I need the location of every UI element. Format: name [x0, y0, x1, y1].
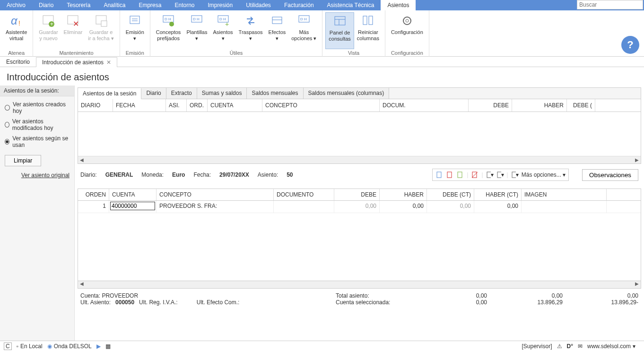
status-local[interactable]: ▫ En Local: [17, 343, 43, 350]
itab-sesion[interactable]: Asientos de la sesión: [78, 88, 141, 99]
search-box[interactable]: [577, 0, 643, 9]
conceptos-button[interactable]: D HConceptos prefijados: [153, 12, 184, 49]
cell-cuenta[interactable]: [109, 201, 157, 213]
status-calc[interactable]: ▦: [105, 343, 111, 350]
observaciones-button[interactable]: Observaciones: [582, 169, 638, 181]
col-ord[interactable]: ORD.: [187, 99, 208, 111]
guardar-fecha-button[interactable]: Guardar e ir a fecha ▾: [85, 12, 116, 49]
col-diario[interactable]: DIARIO: [78, 99, 113, 111]
itab-diario[interactable]: Diario: [141, 88, 166, 99]
tab-escritorio[interactable]: Escritorio: [0, 57, 36, 67]
asistente-virtual-button[interactable]: α! Asistente virtual: [3, 12, 30, 49]
efectos-button[interactable]: Efectos ▾: [266, 12, 289, 49]
grid1-header: DIARIO FECHA ASI. ORD. CUENTA CONCEPTO D…: [78, 99, 641, 112]
doc-dd2-icon[interactable]: ▾: [496, 171, 504, 179]
help-button[interactable]: ?: [621, 36, 639, 54]
table-row[interactable]: 1 PROVEEDOR S. FRA: 0,00 0,00 0,00 0,00: [78, 201, 641, 213]
doc-del-icon[interactable]: [446, 171, 453, 179]
status-url[interactable]: www.sdelsol.com ▾: [587, 343, 635, 350]
status-c[interactable]: C: [4, 342, 12, 350]
menu-archivo[interactable]: Archivo: [0, 0, 32, 10]
mas-opciones-dd[interactable]: Más opciones... ▾: [522, 171, 566, 178]
menu-tesoreria[interactable]: Tesorería: [60, 0, 97, 10]
status-warn[interactable]: ⚠: [557, 343, 562, 350]
g2-concepto[interactable]: CONCEPTO: [157, 189, 274, 200]
configuracion-button[interactable]: Configuración: [388, 12, 426, 49]
menu-asistencia[interactable]: Asistencia Técnica: [321, 0, 381, 10]
col-fecha[interactable]: FECHA: [113, 99, 166, 111]
doc-remove-icon[interactable]: [471, 171, 479, 179]
doc-dd1-icon[interactable]: ▾: [486, 171, 494, 179]
menu-diario[interactable]: Diario: [32, 0, 60, 10]
itab-sumas[interactable]: Sumas y saldos: [197, 88, 247, 99]
col-asi[interactable]: ASI.: [166, 99, 187, 111]
grid2-body[interactable]: 1 PROVEEDOR S. FRA: 0,00 0,00 0,00 0,00: [78, 201, 641, 281]
scroll-left-icon[interactable]: ◀: [78, 281, 86, 288]
status-bar: C ▫ En Local ◉ Onda DELSOL ▶ ▦ [Supervis…: [0, 341, 644, 351]
reiniciar-columnas-button[interactable]: Reiniciar columnas: [354, 12, 382, 49]
mas-opciones-button[interactable]: D HMás opciones ▾: [288, 12, 319, 49]
search-input[interactable]: [579, 1, 641, 8]
doc-new-icon[interactable]: [435, 171, 443, 179]
cuenta-label: Cuenta:: [80, 292, 100, 299]
guardar-nuevo-button[interactable]: +Guardar y nuevo: [36, 12, 61, 49]
limpiar-button[interactable]: Limpiar: [5, 155, 41, 166]
menu-impresion[interactable]: Impresión: [201, 0, 239, 10]
tab-introduccion[interactable]: Introducción de asientos✕: [36, 57, 117, 67]
menu-facturacion[interactable]: Facturación: [278, 0, 321, 10]
emision-button[interactable]: Emisión ▾: [123, 12, 147, 49]
svg-rect-24: [335, 17, 345, 25]
group-mantenimiento-label: Mantenimiento: [59, 49, 93, 57]
scroll-right-icon[interactable]: ▶: [633, 281, 641, 288]
menu-utilidades[interactable]: Utilidades: [239, 0, 278, 10]
menu-empresa[interactable]: Empresa: [132, 0, 168, 10]
doc-dd3-icon[interactable]: ▾: [511, 171, 519, 179]
g2-documento[interactable]: DOCUMENTO: [274, 189, 334, 200]
status-play[interactable]: ▶: [96, 343, 101, 350]
itab-saldos-men[interactable]: Saldos mensuales: [247, 88, 303, 99]
scroll-left-icon[interactable]: ◀: [78, 157, 86, 163]
status-onda[interactable]: ◉ Onda DELSOL: [47, 343, 92, 350]
radio-modificados-hoy[interactable]: Ver asientos modificados hoy: [5, 118, 70, 131]
col-docum[interactable]: DOCUM.: [380, 99, 469, 111]
radio-creados-hoy[interactable]: Ver asientos creados hoy: [5, 101, 70, 114]
doc-add-icon[interactable]: [456, 171, 464, 179]
itab-extracto[interactable]: Extracto: [166, 88, 197, 99]
close-icon[interactable]: ✕: [106, 59, 111, 66]
col-cuenta[interactable]: CUENTA: [208, 99, 262, 111]
grid1-body[interactable]: ◀▶: [78, 112, 641, 164]
g2-haberct[interactable]: HABER (CT): [474, 189, 522, 200]
panel-consultas-button[interactable]: Panel de consultas: [325, 12, 354, 49]
menu-entorno[interactable]: Entorno: [168, 0, 201, 10]
g2-haber[interactable]: HABER: [380, 189, 427, 200]
status-d[interactable]: D°: [567, 343, 573, 350]
g2-imagen[interactable]: IMAGEN: [522, 189, 607, 200]
col-concepto[interactable]: CONCEPTO: [262, 99, 380, 111]
cuenta-input[interactable]: [110, 202, 155, 210]
status-mail[interactable]: ✉: [578, 343, 583, 350]
col-debe2[interactable]: DEBE (: [567, 99, 595, 111]
menu-analitica[interactable]: Analítica: [97, 0, 132, 10]
diario-value: GENERAL: [105, 171, 133, 178]
onda-icon: ◉: [47, 343, 52, 350]
scroll-right-icon[interactable]: ▶: [633, 157, 641, 163]
grid2-hscroll[interactable]: ◀▶: [78, 281, 641, 289]
asientos-button[interactable]: D H+Asientos ▾: [210, 12, 235, 49]
g2-debe[interactable]: DEBE: [334, 189, 380, 200]
emit-icon: [127, 13, 142, 28]
radio-segun-usan[interactable]: Ver asientos según se usan: [5, 135, 70, 148]
g2-cuenta[interactable]: CUENTA: [109, 189, 157, 200]
ver-asiento-original-link[interactable]: Ver asiento original: [21, 172, 70, 179]
plantillas-button[interactable]: D HPlantillas ▾: [183, 12, 210, 49]
itab-saldos-col[interactable]: Saldos mensuales (columnas): [304, 88, 390, 99]
col-debe[interactable]: DEBE: [469, 99, 512, 111]
col-haber[interactable]: HABER: [512, 99, 567, 111]
traspasos-button[interactable]: Traspasos ▾: [236, 12, 266, 49]
menu-asientos[interactable]: Asientos: [381, 0, 416, 10]
g2-debect[interactable]: DEBE (CT): [427, 189, 474, 200]
g2-orden[interactable]: ORDEN: [78, 189, 109, 200]
grid1-hscroll[interactable]: ◀▶: [78, 156, 641, 163]
svg-text:+: +: [50, 21, 53, 27]
eliminar-button[interactable]: ✕Eliminar: [61, 12, 86, 49]
asiento-value: 50: [287, 171, 293, 178]
